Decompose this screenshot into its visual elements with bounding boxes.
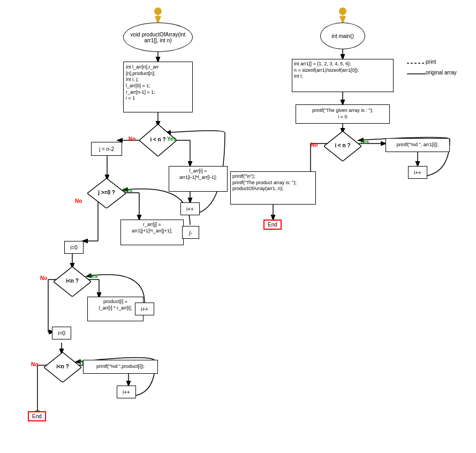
cond1-right-diamond: i < n ? [324, 131, 361, 161]
rarr-box: r_arr[j] =arr1[j+1]*r_arr[j+1]; [120, 220, 184, 245]
larr-text: l_arr[i] =arr1[i-1]*l_arr[i-1]; [179, 168, 217, 180]
no3-label: No [40, 275, 47, 281]
yes3-label: Yes [88, 273, 97, 279]
i-assign3-label: i=0 [58, 330, 65, 337]
print-prod-box: printf("%d ",product[i]); [83, 360, 158, 374]
legend-solid-label: original array [426, 70, 457, 76]
func-oval: void productOfArray(int arr1[], int n) [123, 22, 193, 52]
end2-box: End [263, 220, 282, 230]
print-prod-label: printf("%d ",product[i]); [96, 364, 145, 370]
svg-text:i<n ?: i<n ? [56, 364, 69, 369]
rarr-text: r_arr[j] =arr1[j+1]*r_arr[j+1]; [132, 222, 172, 233]
main-label: int main() [331, 33, 354, 39]
cond2-diamond: j >=0 ? [87, 178, 126, 208]
after-loop-box: printf("\n");printf("The product array i… [230, 171, 316, 205]
svg-text:i < n ?: i < n ? [335, 142, 350, 148]
end1-box: End [28, 411, 46, 421]
larr-box: l_arr[i] =arr1[i-1]*l_arr[i-1]; [169, 166, 228, 192]
print-elem-box: printf("%d ", arr1[i]); [386, 138, 450, 152]
no2-label: No [75, 198, 82, 204]
iplus-right-box: i++ [408, 166, 427, 179]
main-oval: int main() [320, 22, 365, 49]
svg-text:j >=0 ?: j >=0 ? [97, 190, 115, 195]
yes1-label: Yes [167, 136, 176, 142]
yes1-right-label: Yes [360, 139, 369, 145]
iplus3-box: i++ [117, 386, 136, 398]
print-arr-label: printf("The given array is : ");i = 0 [312, 108, 373, 120]
i-assign2-box: i=0 [64, 241, 84, 254]
legend-dashed-label: print [426, 59, 436, 65]
flowchart-container: void productOfArray(int arr1[], int n) i… [0, 0, 476, 453]
svg-text:i<n ?: i<n ? [66, 278, 79, 284]
after-loop-text: printf("\n");printf("The product array i… [232, 173, 297, 191]
flowchart-svg [0, 0, 476, 453]
init-box-left: int l_arr[n],r_arr[n],product[n];int i, … [123, 62, 193, 112]
no1-label: No [129, 136, 135, 142]
no4-label: No [31, 361, 38, 367]
yes2-label: Yes [123, 187, 132, 193]
legend-solid: original array [426, 70, 457, 76]
jminus-label: j- [189, 229, 192, 236]
no1-right-label: No [311, 142, 318, 148]
cond4-diamond: i<n ? [44, 352, 81, 382]
product-text: product[i] =l_arr[i] * r_arr[i]; [99, 299, 132, 311]
start-dot-right [339, 7, 346, 15]
i-assign2-label: i=0 [70, 244, 78, 251]
iplus1-label: i++ [186, 206, 194, 213]
init-text-right: int arr1[] = {1, 2, 3, 4, 5, 6};n = size… [294, 61, 359, 79]
iplus2-box: i++ [135, 303, 154, 315]
end2-label: End [268, 222, 277, 228]
print-arr-box: printf("The given array is : ");i = 0 [296, 104, 390, 124]
start-dot-left [154, 7, 162, 15]
iplus-right-label: i++ [414, 169, 421, 176]
svg-text:i < n ?: i < n ? [150, 137, 165, 142]
iplus2-label: i++ [141, 306, 148, 313]
print-elem-label: printf("%d ", arr1[i]); [397, 142, 439, 148]
iplus1-box: i++ [180, 202, 200, 215]
func-label: void productOfArray(int arr1[], int n) [124, 32, 192, 43]
iplus3-label: i++ [123, 389, 130, 396]
i-assign3-box: i=0 [52, 327, 71, 339]
end1-label: End [32, 413, 42, 419]
j-assign-box: j = n-2 [91, 142, 122, 156]
j-assign-label: j = n-2 [99, 146, 114, 153]
cond3-diamond: i<n ? [54, 267, 91, 297]
jminus-box: j- [182, 226, 199, 239]
init-text-left: int l_arr[n],r_arr[n],product[n];int i, … [126, 64, 159, 101]
init-box-right: int arr1[] = {1, 2, 3, 4, 5, 6};n = size… [292, 59, 394, 92]
legend-dashed: print [426, 59, 436, 65]
